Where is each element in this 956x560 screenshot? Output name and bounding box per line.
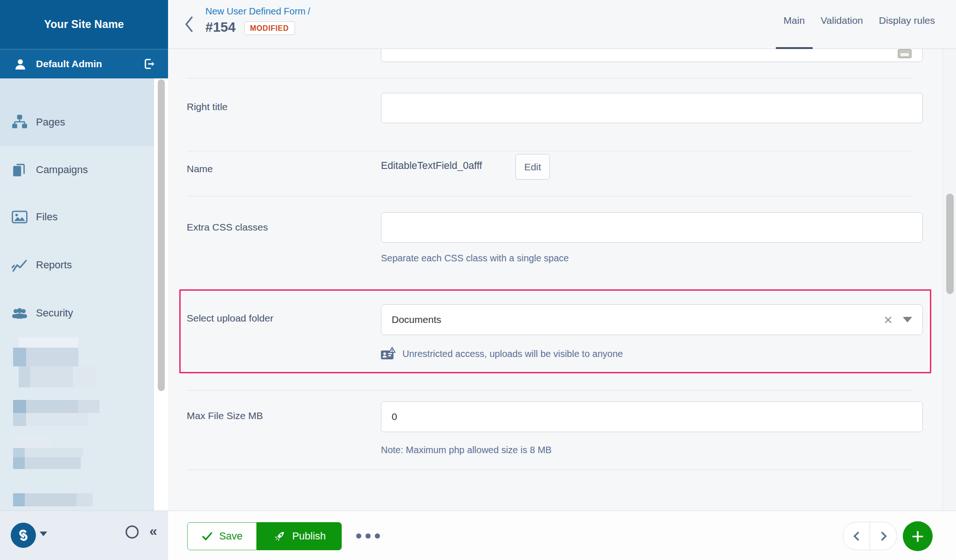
upload-folder-select[interactable]: Documents ×: [381, 304, 923, 335]
breadcrumb: New User Defined Form / #154 MODIFIED: [205, 6, 310, 35]
form-content: Right title Name EditableTextField_0afff…: [168, 49, 956, 511]
redacted-menu-item: [15, 436, 52, 448]
sidebar: Your Site Name Default Admin Pages: [0, 0, 168, 560]
chevron-down-icon[interactable]: [903, 317, 912, 322]
redacted-menu-item: [19, 337, 78, 348]
edit-name-button[interactable]: Edit: [515, 154, 550, 180]
chart-icon: [12, 258, 28, 273]
image-icon: [12, 210, 28, 224]
main-scrollbar-thumb[interactable]: [946, 194, 954, 294]
sidebar-item-reports[interactable]: Reports: [0, 241, 155, 288]
breadcrumb-separator: /: [308, 6, 310, 16]
people-icon: [12, 306, 28, 321]
row-divider: [187, 78, 913, 78]
name-label: Name: [187, 163, 213, 175]
logout-icon[interactable]: [141, 56, 156, 71]
redacted-menu-item: [13, 413, 88, 426]
breadcrumb-parent-link[interactable]: New User Defined Form: [205, 6, 306, 16]
publish-button[interactable]: Publish: [257, 522, 342, 550]
record-nav-group: [843, 522, 897, 550]
sidebar-item-security[interactable]: Security: [0, 289, 155, 336]
sitemap-icon: [12, 115, 28, 130]
name-value: EditableTextField_0afff: [381, 160, 482, 172]
more-options-button[interactable]: [356, 533, 380, 539]
clear-selection-icon[interactable]: ×: [884, 312, 893, 327]
upload-folder-value: Documents: [392, 314, 884, 325]
redacted-menu-item: [13, 493, 92, 506]
sidebar-item-label: Campaigns: [36, 164, 88, 176]
max-file-size-note: Note: Maximum php allowed size is 8 MB: [381, 445, 552, 455]
rocket-icon: [273, 529, 287, 543]
admin-name: Default Admin: [36, 58, 102, 70]
upload-folder-label: Select upload folder: [187, 313, 274, 324]
collapse-sidebar-button[interactable]: «: [149, 523, 157, 539]
sidebar-item-label: Reports: [36, 259, 72, 271]
save-publish-group: Save Publish: [187, 522, 342, 550]
sidebar-item-label: Security: [36, 307, 73, 319]
sidebar-item-campaigns[interactable]: Campaigns: [0, 146, 155, 193]
check-icon: [201, 531, 213, 542]
action-toolbar: Save Publish: [168, 511, 956, 560]
main-panel: New User Defined Form / #154 MODIFIED Ma…: [168, 0, 956, 560]
sidebar-item-files[interactable]: Files: [0, 193, 155, 240]
redacted-menu-item: [13, 400, 99, 413]
max-file-size-input[interactable]: [381, 401, 923, 432]
tab-main[interactable]: Main: [776, 0, 813, 49]
redacted-menu-item: [13, 348, 78, 366]
sidebar-item-pages[interactable]: Pages: [0, 78, 155, 146]
sidebar-scrollbar-thumb[interactable]: [158, 79, 165, 391]
save-label: Save: [219, 530, 242, 542]
upload-folder-help-text: Unrestricted access, uploads will be vis…: [402, 349, 623, 359]
silverstripe-logo[interactable]: [11, 523, 36, 548]
redacted-menu-item: [13, 457, 81, 469]
max-file-size-label: Max File Size MB: [187, 410, 263, 421]
truncated-top-field[interactable]: [381, 49, 923, 62]
chevron-right-icon: [880, 532, 887, 541]
row-divider: [187, 390, 913, 391]
previous-record-button[interactable]: [843, 522, 870, 550]
row-divider: [187, 151, 913, 151]
sidebar-item-label: Pages: [36, 116, 65, 128]
add-button[interactable]: +: [903, 521, 933, 551]
media-icon: [898, 49, 912, 58]
publish-label: Publish: [292, 530, 326, 542]
user-icon: [14, 58, 27, 70]
save-button[interactable]: Save: [187, 522, 257, 550]
logo-menu-caret-icon[interactable]: [40, 532, 47, 536]
main-scrollbar-track: [942, 49, 956, 511]
tab-display-rules[interactable]: Display rules: [871, 0, 943, 49]
site-name-header: Your Site Name: [0, 0, 168, 49]
logo-glyph: [15, 527, 31, 543]
tab-validation[interactable]: Validation: [813, 0, 871, 49]
redacted-menu-item: [19, 366, 96, 387]
site-name: Your Site Name: [44, 18, 124, 31]
chevron-left-icon: [853, 532, 860, 541]
next-record-button[interactable]: [870, 522, 897, 550]
row-divider: [187, 469, 913, 470]
admin-bar[interactable]: Default Admin: [0, 49, 168, 78]
extra-css-label: Extra CSS classes: [187, 222, 268, 233]
redacted-menu-item: [13, 448, 83, 457]
sidebar-scrollbar-track: [154, 78, 168, 511]
sidebar-item-label: Files: [36, 211, 57, 223]
back-button[interactable]: [184, 15, 195, 33]
extra-css-input[interactable]: [381, 212, 923, 243]
status-badge: MODIFIED: [244, 21, 295, 35]
right-title-input[interactable]: [381, 93, 923, 123]
record-id: #154: [205, 20, 236, 35]
sidebar-footer: «: [0, 511, 168, 560]
row-divider: [187, 196, 913, 196]
extra-css-help: Separate each CSS class with a single sp…: [381, 253, 569, 264]
cms-app: Your Site Name Default Admin Pages: [0, 0, 956, 560]
upload-folder-help: Unrestricted access, uploads will be vis…: [381, 347, 623, 361]
tab-bar: Main Validation Display rules: [776, 0, 943, 49]
unrestricted-access-icon: [381, 347, 396, 361]
stack-icon: [12, 162, 28, 177]
main-header: New User Defined Form / #154 MODIFIED Ma…: [168, 0, 956, 49]
status-ring-icon[interactable]: [126, 525, 139, 539]
right-title-label: Right title: [187, 101, 228, 112]
